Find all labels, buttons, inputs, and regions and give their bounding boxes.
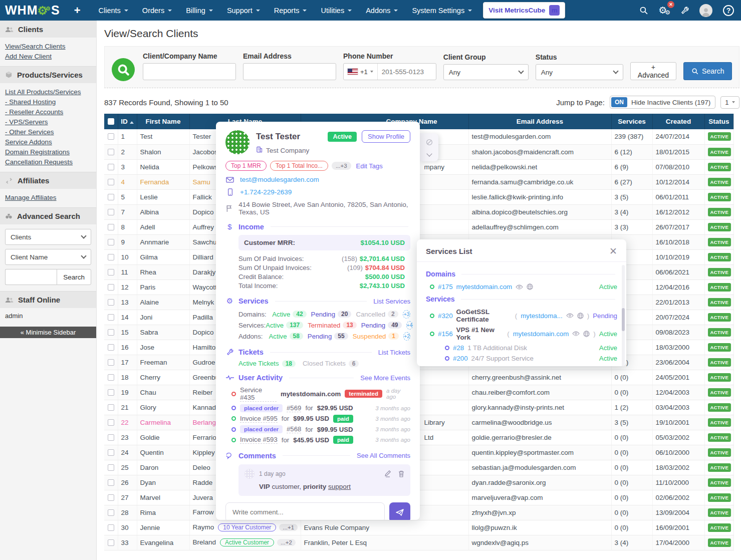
automation-status-icon[interactable]: ⚙⚙✕ bbox=[658, 5, 670, 16]
row-checkbox[interactable] bbox=[108, 269, 114, 275]
row-checkbox[interactable] bbox=[108, 314, 114, 321]
sidebar-item-domain-registrations[interactable]: Domain Registrations bbox=[5, 147, 91, 157]
nav-item-reports[interactable]: Reports bbox=[268, 2, 313, 20]
chevron-down-icon[interactable] bbox=[426, 151, 432, 156]
advanced-button[interactable]: + Advanced bbox=[630, 62, 676, 80]
status-select[interactable]: Any bbox=[536, 64, 623, 80]
globe-icon[interactable] bbox=[527, 284, 533, 290]
search-button[interactable]: Search bbox=[683, 62, 732, 80]
advanced-search-button[interactable]: Search bbox=[57, 269, 91, 285]
list-tickets-link[interactable]: List Tickets bbox=[378, 349, 410, 356]
row-checkbox[interactable] bbox=[108, 449, 114, 456]
email-address-input[interactable] bbox=[243, 63, 336, 80]
hide-inactive-toggle[interactable]: ON Hide Inactive Clients (197) bbox=[610, 96, 715, 109]
column-header-id[interactable]: ID bbox=[118, 114, 137, 129]
more-tags-chip[interactable]: ...+2 bbox=[277, 539, 296, 546]
row-checkbox[interactable] bbox=[108, 404, 114, 411]
row-checkbox[interactable] bbox=[108, 374, 114, 381]
advanced-search-select-2[interactable]: Client Name bbox=[5, 249, 91, 265]
row-checkbox[interactable] bbox=[108, 164, 114, 170]
no-symbol-icon[interactable] bbox=[426, 139, 433, 148]
send-comment-button[interactable] bbox=[389, 502, 410, 520]
row-checkbox[interactable] bbox=[108, 344, 114, 351]
write-comment-input[interactable] bbox=[225, 502, 385, 520]
service-domain-link[interactable]: mytestdoma... bbox=[521, 312, 563, 320]
delete-comment-icon[interactable] bbox=[398, 470, 404, 477]
service-id-link[interactable]: #28 bbox=[453, 344, 464, 352]
activity-link[interactable]: Service #435 bbox=[240, 386, 277, 402]
activity-link[interactable]: Invoice #593 bbox=[240, 436, 278, 444]
client-group-select[interactable]: Any bbox=[443, 64, 529, 80]
activity-link[interactable]: #569 bbox=[287, 404, 301, 412]
row-checkbox[interactable] bbox=[108, 524, 114, 531]
column-header-status[interactable]: Status bbox=[704, 114, 733, 129]
table-row[interactable]: 30JennieRaymo10 Year Customer...+1Evans … bbox=[104, 520, 733, 535]
service-domain-link[interactable]: mytestdomain.com bbox=[513, 330, 569, 338]
column-header-email-address[interactable]: Email Address bbox=[468, 114, 611, 129]
service-id-link[interactable]: #156 bbox=[438, 330, 453, 338]
row-checkbox[interactable] bbox=[108, 434, 114, 441]
column-header-created[interactable]: Created bbox=[652, 114, 704, 129]
row-checkbox[interactable] bbox=[108, 149, 114, 155]
sidebar-item-cancellation-requests[interactable]: Cancellation Requests bbox=[5, 157, 91, 167]
row-checkbox[interactable] bbox=[108, 224, 114, 230]
client-phone-link[interactable]: +1.724-229-2639 bbox=[240, 188, 292, 196]
column-header-first-name[interactable]: First Name bbox=[137, 114, 189, 129]
sidebar-item-add-new-client[interactable]: Add New Client bbox=[5, 51, 91, 61]
select-all-checkbox[interactable] bbox=[108, 118, 114, 125]
nav-item-orders[interactable]: Orders bbox=[136, 2, 178, 20]
service-id-link[interactable]: #175 bbox=[438, 283, 453, 291]
row-checkbox[interactable] bbox=[108, 179, 114, 185]
phone-number-input[interactable] bbox=[378, 68, 436, 76]
nav-item-addons[interactable]: Addons bbox=[360, 2, 404, 20]
row-checkbox[interactable] bbox=[108, 479, 114, 486]
edit-tags-link[interactable]: Edit Tags bbox=[356, 162, 383, 170]
advanced-search-select-1[interactable]: Clients bbox=[5, 229, 91, 245]
sidebar-item--other-services[interactable]: - Other Services bbox=[5, 127, 91, 137]
nav-item-support[interactable]: Support bbox=[221, 2, 266, 20]
minimise-sidebar-button[interactable]: « Minimise Sidebar bbox=[0, 327, 96, 338]
more-tags-chip[interactable]: ...+3 bbox=[332, 162, 351, 170]
column-header-services[interactable]: Services bbox=[611, 114, 652, 129]
help-icon[interactable]: ? bbox=[723, 5, 734, 16]
whmcs-logo[interactable]: WHM⚙⚙S bbox=[5, 3, 60, 18]
nav-item-billing[interactable]: Billing bbox=[180, 2, 219, 20]
more-tags-chip[interactable]: ...+1 bbox=[279, 524, 298, 531]
client-company-name-input[interactable] bbox=[143, 63, 236, 80]
row-checkbox[interactable] bbox=[108, 254, 114, 260]
row-checkbox[interactable] bbox=[108, 539, 114, 546]
edit-comment-icon[interactable] bbox=[384, 470, 391, 477]
eye-icon[interactable] bbox=[572, 331, 580, 336]
phone-country-select[interactable]: +1 bbox=[344, 64, 378, 80]
row-checkbox[interactable] bbox=[108, 509, 114, 516]
more-statuses-chip[interactable]: +2 bbox=[403, 332, 410, 341]
more-statuses-chip[interactable]: +4 bbox=[406, 321, 413, 330]
sidebar-item--vps-servers[interactable]: - VPS/Servers bbox=[5, 117, 91, 127]
row-checkbox[interactable] bbox=[108, 464, 114, 471]
admin-avatar[interactable] bbox=[699, 4, 712, 17]
wrench-icon[interactable] bbox=[681, 7, 689, 15]
popup-scrollbar-thumb[interactable] bbox=[622, 308, 625, 331]
row-checkbox[interactable] bbox=[108, 299, 114, 306]
row-checkbox[interactable] bbox=[108, 329, 114, 336]
nav-item-utilities[interactable]: Utilities bbox=[315, 2, 358, 20]
client-email-link[interactable]: test@modulesgarden.com bbox=[240, 176, 319, 183]
eye-icon[interactable] bbox=[516, 285, 523, 290]
advanced-search-input[interactable] bbox=[5, 269, 57, 285]
eye-icon[interactable] bbox=[566, 313, 574, 318]
toggle-on-button[interactable]: ON bbox=[611, 97, 627, 107]
see-more-events-link[interactable]: See More Events bbox=[360, 374, 410, 382]
activity-link[interactable]: Invoice #595 bbox=[240, 415, 278, 423]
sidebar-item--reseller-accounts[interactable]: - Reseller Accounts bbox=[5, 107, 91, 117]
row-checkbox[interactable] bbox=[108, 494, 114, 501]
row-checkbox[interactable] bbox=[108, 194, 114, 200]
row-checkbox[interactable] bbox=[108, 284, 114, 291]
table-row[interactable]: 33EvangelinaBrelandActive Customer...+2F… bbox=[104, 535, 733, 550]
see-all-comments-link[interactable]: See All Comments bbox=[357, 452, 410, 459]
page-number-select[interactable]: 1 bbox=[720, 96, 739, 109]
globe-icon[interactable] bbox=[583, 331, 590, 337]
sidebar-item-view-search-clients[interactable]: View/Search Clients bbox=[5, 41, 91, 51]
more-statuses-chip[interactable]: +3 bbox=[403, 310, 410, 319]
close-icon[interactable]: ✕ bbox=[609, 246, 617, 256]
sidebar-item-manage-affiliates[interactable]: Manage Affiliates bbox=[5, 192, 91, 202]
